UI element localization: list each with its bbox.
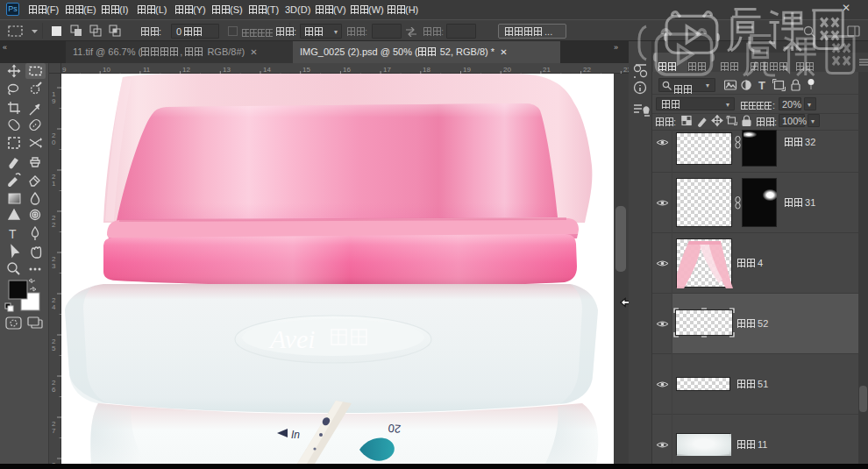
svg-text:3: 3 <box>52 262 56 270</box>
svg-text:21: 21 <box>543 66 551 74</box>
svg-text:19: 19 <box>463 66 471 74</box>
svg-text:6: 6 <box>52 386 56 394</box>
svg-text:7: 7 <box>52 427 56 435</box>
svg-text:20: 20 <box>503 66 511 74</box>
svg-text:16: 16 <box>343 66 351 74</box>
svg-text:T: T <box>758 79 765 92</box>
svg-text:4: 4 <box>52 303 56 311</box>
svg-text:1: 1 <box>52 180 56 188</box>
svg-text:T: T <box>9 227 17 241</box>
svg-text:In: In <box>291 429 300 441</box>
svg-text:17: 17 <box>383 66 391 74</box>
svg-text:9: 9 <box>52 97 56 105</box>
svg-text:Avei: Avei <box>268 324 316 353</box>
svg-text:22: 22 <box>583 66 591 74</box>
svg-text:10: 10 <box>103 66 110 74</box>
svg-text:20: 20 <box>388 422 402 436</box>
svg-text:5: 5 <box>52 345 56 352</box>
svg-text:11: 11 <box>143 66 151 74</box>
svg-text:2: 2 <box>52 221 56 229</box>
svg-text:13: 13 <box>223 66 231 74</box>
svg-text:9: 9 <box>62 66 67 74</box>
svg-text:15: 15 <box>302 66 310 74</box>
svg-text:12: 12 <box>182 66 190 74</box>
svg-text:18: 18 <box>423 66 430 74</box>
svg-text:0: 0 <box>52 139 56 146</box>
svg-text:14: 14 <box>263 66 271 74</box>
